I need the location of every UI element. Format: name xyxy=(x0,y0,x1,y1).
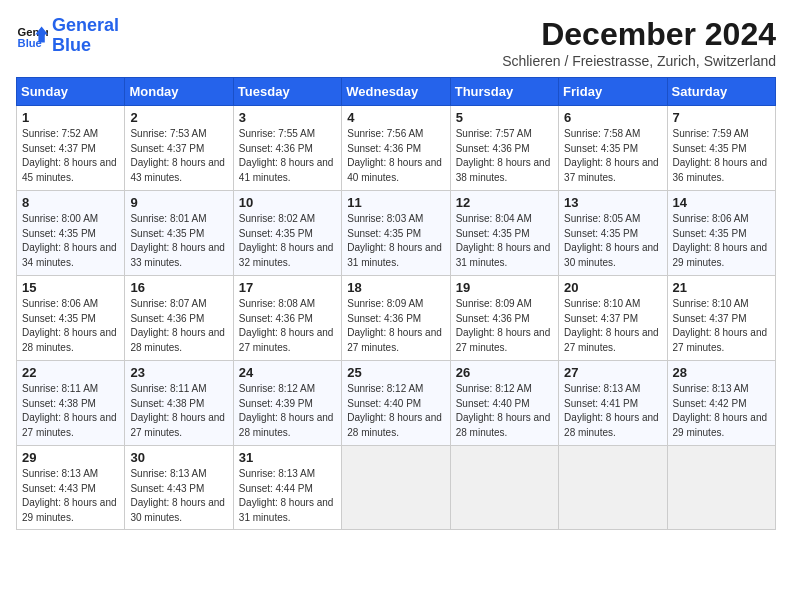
day-number: 19 xyxy=(456,280,553,295)
calendar-cell: 14 Sunrise: 8:06 AM Sunset: 4:35 PM Dayl… xyxy=(667,191,775,276)
day-info: Sunrise: 7:56 AM Sunset: 4:36 PM Dayligh… xyxy=(347,127,444,185)
calendar-cell: 26 Sunrise: 8:12 AM Sunset: 4:40 PM Dayl… xyxy=(450,361,558,446)
calendar-cell: 10 Sunrise: 8:02 AM Sunset: 4:35 PM Dayl… xyxy=(233,191,341,276)
calendar-cell: 7 Sunrise: 7:59 AM Sunset: 4:35 PM Dayli… xyxy=(667,106,775,191)
day-info: Sunrise: 8:11 AM Sunset: 4:38 PM Dayligh… xyxy=(130,382,227,440)
calendar-cell xyxy=(667,446,775,530)
day-info: Sunrise: 7:59 AM Sunset: 4:35 PM Dayligh… xyxy=(673,127,770,185)
calendar-header-row: SundayMondayTuesdayWednesdayThursdayFrid… xyxy=(17,78,776,106)
day-header-sunday: Sunday xyxy=(17,78,125,106)
calendar-cell: 4 Sunrise: 7:56 AM Sunset: 4:36 PM Dayli… xyxy=(342,106,450,191)
calendar-cell xyxy=(342,446,450,530)
calendar-cell: 22 Sunrise: 8:11 AM Sunset: 4:38 PM Dayl… xyxy=(17,361,125,446)
day-number: 24 xyxy=(239,365,336,380)
day-info: Sunrise: 8:08 AM Sunset: 4:36 PM Dayligh… xyxy=(239,297,336,355)
calendar-cell: 1 Sunrise: 7:52 AM Sunset: 4:37 PM Dayli… xyxy=(17,106,125,191)
day-number: 4 xyxy=(347,110,444,125)
day-info: Sunrise: 8:12 AM Sunset: 4:40 PM Dayligh… xyxy=(456,382,553,440)
calendar-cell: 18 Sunrise: 8:09 AM Sunset: 4:36 PM Dayl… xyxy=(342,276,450,361)
day-info: Sunrise: 8:01 AM Sunset: 4:35 PM Dayligh… xyxy=(130,212,227,270)
day-info: Sunrise: 8:09 AM Sunset: 4:36 PM Dayligh… xyxy=(456,297,553,355)
day-info: Sunrise: 8:13 AM Sunset: 4:43 PM Dayligh… xyxy=(22,467,119,525)
day-number: 9 xyxy=(130,195,227,210)
calendar-week-3: 15 Sunrise: 8:06 AM Sunset: 4:35 PM Dayl… xyxy=(17,276,776,361)
calendar-cell: 2 Sunrise: 7:53 AM Sunset: 4:37 PM Dayli… xyxy=(125,106,233,191)
day-number: 30 xyxy=(130,450,227,465)
calendar-cell: 9 Sunrise: 8:01 AM Sunset: 4:35 PM Dayli… xyxy=(125,191,233,276)
calendar-week-1: 1 Sunrise: 7:52 AM Sunset: 4:37 PM Dayli… xyxy=(17,106,776,191)
day-info: Sunrise: 8:12 AM Sunset: 4:40 PM Dayligh… xyxy=(347,382,444,440)
day-info: Sunrise: 7:52 AM Sunset: 4:37 PM Dayligh… xyxy=(22,127,119,185)
day-info: Sunrise: 8:13 AM Sunset: 4:44 PM Dayligh… xyxy=(239,467,336,525)
day-info: Sunrise: 8:00 AM Sunset: 4:35 PM Dayligh… xyxy=(22,212,119,270)
day-info: Sunrise: 8:04 AM Sunset: 4:35 PM Dayligh… xyxy=(456,212,553,270)
day-info: Sunrise: 8:06 AM Sunset: 4:35 PM Dayligh… xyxy=(673,212,770,270)
day-info: Sunrise: 8:03 AM Sunset: 4:35 PM Dayligh… xyxy=(347,212,444,270)
day-info: Sunrise: 8:10 AM Sunset: 4:37 PM Dayligh… xyxy=(673,297,770,355)
calendar-cell xyxy=(450,446,558,530)
day-number: 13 xyxy=(564,195,661,210)
calendar-cell: 31 Sunrise: 8:13 AM Sunset: 4:44 PM Dayl… xyxy=(233,446,341,530)
day-number: 5 xyxy=(456,110,553,125)
calendar-cell: 13 Sunrise: 8:05 AM Sunset: 4:35 PM Dayl… xyxy=(559,191,667,276)
calendar-cell: 25 Sunrise: 8:12 AM Sunset: 4:40 PM Dayl… xyxy=(342,361,450,446)
calendar-cell: 6 Sunrise: 7:58 AM Sunset: 4:35 PM Dayli… xyxy=(559,106,667,191)
day-number: 7 xyxy=(673,110,770,125)
month-title: December 2024 xyxy=(502,16,776,53)
logo-icon: General Blue xyxy=(16,20,48,52)
day-header-monday: Monday xyxy=(125,78,233,106)
calendar-week-5: 29 Sunrise: 8:13 AM Sunset: 4:43 PM Dayl… xyxy=(17,446,776,530)
logo-general: General xyxy=(52,15,119,35)
day-number: 17 xyxy=(239,280,336,295)
day-number: 26 xyxy=(456,365,553,380)
day-number: 3 xyxy=(239,110,336,125)
day-number: 31 xyxy=(239,450,336,465)
calendar-cell: 15 Sunrise: 8:06 AM Sunset: 4:35 PM Dayl… xyxy=(17,276,125,361)
day-info: Sunrise: 7:58 AM Sunset: 4:35 PM Dayligh… xyxy=(564,127,661,185)
day-header-wednesday: Wednesday xyxy=(342,78,450,106)
day-header-friday: Friday xyxy=(559,78,667,106)
day-number: 27 xyxy=(564,365,661,380)
calendar-cell xyxy=(559,446,667,530)
calendar-cell: 21 Sunrise: 8:10 AM Sunset: 4:37 PM Dayl… xyxy=(667,276,775,361)
calendar-cell: 17 Sunrise: 8:08 AM Sunset: 4:36 PM Dayl… xyxy=(233,276,341,361)
logo-blue: Blue xyxy=(52,35,91,55)
calendar-week-4: 22 Sunrise: 8:11 AM Sunset: 4:38 PM Dayl… xyxy=(17,361,776,446)
calendar-cell: 24 Sunrise: 8:12 AM Sunset: 4:39 PM Dayl… xyxy=(233,361,341,446)
day-info: Sunrise: 8:12 AM Sunset: 4:39 PM Dayligh… xyxy=(239,382,336,440)
calendar-cell: 28 Sunrise: 8:13 AM Sunset: 4:42 PM Dayl… xyxy=(667,361,775,446)
day-number: 8 xyxy=(22,195,119,210)
calendar-cell: 16 Sunrise: 8:07 AM Sunset: 4:36 PM Dayl… xyxy=(125,276,233,361)
day-info: Sunrise: 8:02 AM Sunset: 4:35 PM Dayligh… xyxy=(239,212,336,270)
day-number: 10 xyxy=(239,195,336,210)
day-info: Sunrise: 8:07 AM Sunset: 4:36 PM Dayligh… xyxy=(130,297,227,355)
day-number: 11 xyxy=(347,195,444,210)
day-number: 21 xyxy=(673,280,770,295)
day-header-tuesday: Tuesday xyxy=(233,78,341,106)
calendar-cell: 12 Sunrise: 8:04 AM Sunset: 4:35 PM Dayl… xyxy=(450,191,558,276)
title-block: December 2024 Schlieren / Freiestrasse, … xyxy=(502,16,776,69)
day-info: Sunrise: 8:05 AM Sunset: 4:35 PM Dayligh… xyxy=(564,212,661,270)
day-number: 23 xyxy=(130,365,227,380)
location-subtitle: Schlieren / Freiestrasse, Zurich, Switze… xyxy=(502,53,776,69)
day-info: Sunrise: 8:09 AM Sunset: 4:36 PM Dayligh… xyxy=(347,297,444,355)
day-info: Sunrise: 8:11 AM Sunset: 4:38 PM Dayligh… xyxy=(22,382,119,440)
day-number: 14 xyxy=(673,195,770,210)
calendar-table: SundayMondayTuesdayWednesdayThursdayFrid… xyxy=(16,77,776,530)
page-header: General Blue GeneralBlue December 2024 S… xyxy=(16,16,776,69)
day-number: 1 xyxy=(22,110,119,125)
calendar-cell: 30 Sunrise: 8:13 AM Sunset: 4:43 PM Dayl… xyxy=(125,446,233,530)
day-info: Sunrise: 8:13 AM Sunset: 4:43 PM Dayligh… xyxy=(130,467,227,525)
calendar-week-2: 8 Sunrise: 8:00 AM Sunset: 4:35 PM Dayli… xyxy=(17,191,776,276)
day-number: 12 xyxy=(456,195,553,210)
day-info: Sunrise: 8:06 AM Sunset: 4:35 PM Dayligh… xyxy=(22,297,119,355)
day-info: Sunrise: 7:53 AM Sunset: 4:37 PM Dayligh… xyxy=(130,127,227,185)
day-info: Sunrise: 8:10 AM Sunset: 4:37 PM Dayligh… xyxy=(564,297,661,355)
calendar-cell: 3 Sunrise: 7:55 AM Sunset: 4:36 PM Dayli… xyxy=(233,106,341,191)
day-number: 25 xyxy=(347,365,444,380)
day-number: 28 xyxy=(673,365,770,380)
day-number: 18 xyxy=(347,280,444,295)
calendar-cell: 8 Sunrise: 8:00 AM Sunset: 4:35 PM Dayli… xyxy=(17,191,125,276)
day-info: Sunrise: 8:13 AM Sunset: 4:42 PM Dayligh… xyxy=(673,382,770,440)
day-header-thursday: Thursday xyxy=(450,78,558,106)
